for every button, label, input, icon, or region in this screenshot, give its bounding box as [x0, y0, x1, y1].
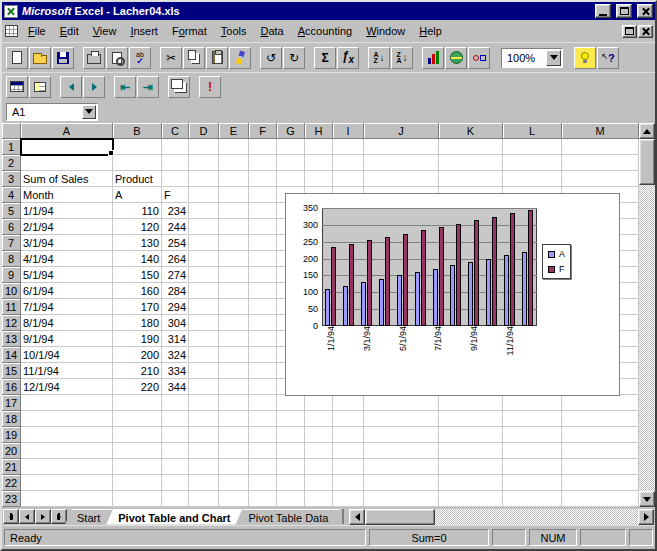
- zoom-dropdown-icon[interactable]: [546, 50, 561, 66]
- cell-B10[interactable]: 160: [113, 283, 162, 299]
- cell-F18[interactable]: [249, 411, 277, 427]
- scroll-up-button[interactable]: [639, 123, 655, 139]
- cell-F2[interactable]: [249, 155, 277, 171]
- cell-A5[interactable]: 1/1/94: [21, 203, 113, 219]
- cell-D1[interactable]: [189, 139, 219, 155]
- cell-I2[interactable]: [333, 155, 364, 171]
- autosum-button[interactable]: Σ: [314, 47, 336, 69]
- column-header-G[interactable]: G: [277, 123, 305, 139]
- cell-D8[interactable]: [189, 251, 219, 267]
- cell-F23[interactable]: [249, 491, 277, 507]
- save-button[interactable]: [52, 47, 74, 69]
- cell-J1[interactable]: [364, 139, 439, 155]
- print-preview-button[interactable]: [106, 47, 128, 69]
- cell-L23[interactable]: [503, 491, 562, 507]
- cell-D5[interactable]: [189, 203, 219, 219]
- cell-E10[interactable]: [219, 283, 249, 299]
- workbook-restore-button[interactable]: [622, 25, 637, 38]
- vertical-scroll-thumb[interactable]: [639, 139, 655, 185]
- cell-B2[interactable]: [113, 155, 162, 171]
- cell-C6[interactable]: 244: [162, 219, 189, 235]
- cell-K19[interactable]: [439, 427, 503, 443]
- chart-legend[interactable]: AF: [542, 244, 571, 279]
- cell-I20[interactable]: [333, 443, 364, 459]
- cell-H2[interactable]: [305, 155, 333, 171]
- cell-E17[interactable]: [219, 395, 249, 411]
- cell-B12[interactable]: 180: [113, 315, 162, 331]
- cell-B20[interactable]: [113, 443, 162, 459]
- column-header-J[interactable]: J: [364, 123, 439, 139]
- cell-D6[interactable]: [189, 219, 219, 235]
- column-header-L[interactable]: L: [503, 123, 562, 139]
- scroll-down-button[interactable]: [639, 491, 655, 507]
- row-header-12[interactable]: 12: [2, 315, 21, 331]
- cell-B11[interactable]: 170: [113, 299, 162, 315]
- cell-B13[interactable]: 190: [113, 331, 162, 347]
- cell-F22[interactable]: [249, 475, 277, 491]
- sheet-tab-start[interactable]: Start: [65, 509, 112, 525]
- row-header-15[interactable]: 15: [2, 363, 21, 379]
- cell-F19[interactable]: [249, 427, 277, 443]
- menu-tools[interactable]: Tools: [214, 22, 254, 40]
- cell-E12[interactable]: [219, 315, 249, 331]
- cell-B4[interactable]: A: [113, 187, 162, 203]
- cell-H3[interactable]: [305, 171, 333, 187]
- cell-K21[interactable]: [439, 459, 503, 475]
- sort-descending-button[interactable]: ZA↓: [391, 47, 413, 69]
- tip-wizard-button[interactable]: [574, 47, 596, 69]
- column-header-B[interactable]: B: [113, 123, 162, 139]
- name-box[interactable]: A1: [6, 103, 98, 121]
- cell-G23[interactable]: [277, 491, 305, 507]
- cell-A7[interactable]: 3/1/94: [21, 235, 113, 251]
- cell-F15[interactable]: [249, 363, 277, 379]
- row-header-17[interactable]: 17: [2, 395, 21, 411]
- cell-G17[interactable]: [277, 395, 305, 411]
- cell-B21[interactable]: [113, 459, 162, 475]
- cell-E13[interactable]: [219, 331, 249, 347]
- row-header-9[interactable]: 9: [2, 267, 21, 283]
- name-box-dropdown-icon[interactable]: [82, 105, 96, 119]
- cell-B1[interactable]: [113, 139, 162, 155]
- cell-D19[interactable]: [189, 427, 219, 443]
- cell-A17[interactable]: [21, 395, 113, 411]
- row-header-14[interactable]: 14: [2, 347, 21, 363]
- cell-L22[interactable]: [503, 475, 562, 491]
- sheet-tab-pivot-table-data[interactable]: Pivot Table Data: [237, 509, 341, 525]
- show-pages-button[interactable]: [168, 76, 190, 98]
- cell-A10[interactable]: 6/1/94: [21, 283, 113, 299]
- cell-C8[interactable]: 264: [162, 251, 189, 267]
- ungroup-button[interactable]: ⇤: [114, 76, 136, 98]
- cell-H1[interactable]: [305, 139, 333, 155]
- format-painter-button[interactable]: [229, 47, 251, 69]
- cell-D20[interactable]: [189, 443, 219, 459]
- open-button[interactable]: [29, 47, 51, 69]
- tab-split-handle[interactable]: [342, 509, 347, 524]
- row-header-20[interactable]: 20: [2, 443, 21, 459]
- cell-E1[interactable]: [219, 139, 249, 155]
- cell-A19[interactable]: [21, 427, 113, 443]
- cell-L21[interactable]: [503, 459, 562, 475]
- cell-J18[interactable]: [364, 411, 439, 427]
- cell-C9[interactable]: 274: [162, 267, 189, 283]
- cell-F8[interactable]: [249, 251, 277, 267]
- cell-E18[interactable]: [219, 411, 249, 427]
- column-header-I[interactable]: I: [333, 123, 364, 139]
- cell-D9[interactable]: [189, 267, 219, 283]
- cell-F10[interactable]: [249, 283, 277, 299]
- row-header-6[interactable]: 6: [2, 219, 21, 235]
- cell-C1[interactable]: [162, 139, 189, 155]
- cell-C10[interactable]: 284: [162, 283, 189, 299]
- cell-C2[interactable]: [162, 155, 189, 171]
- row-header-11[interactable]: 11: [2, 299, 21, 315]
- cell-B6[interactable]: 120: [113, 219, 162, 235]
- cell-G2[interactable]: [277, 155, 305, 171]
- cell-A12[interactable]: 8/1/94: [21, 315, 113, 331]
- formula-input[interactable]: [106, 103, 651, 121]
- row-header-19[interactable]: 19: [2, 427, 21, 443]
- row-header-5[interactable]: 5: [2, 203, 21, 219]
- cell-A21[interactable]: [21, 459, 113, 475]
- cell-C16[interactable]: 344: [162, 379, 189, 395]
- column-header-M[interactable]: M: [562, 123, 639, 139]
- cell-F21[interactable]: [249, 459, 277, 475]
- cell-C19[interactable]: [162, 427, 189, 443]
